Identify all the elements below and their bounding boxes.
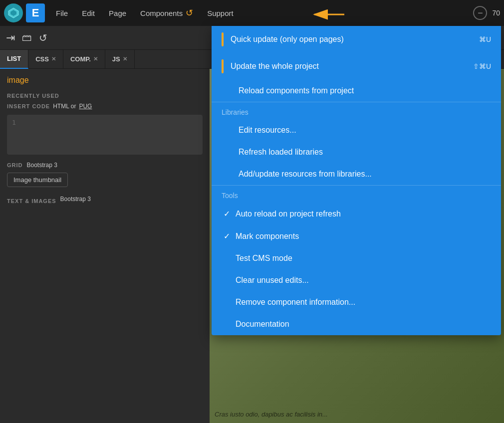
update-whole-shortcut: ⇧⌘U (473, 62, 491, 70)
add-resources-label: Add/update resources from libraries... (239, 170, 372, 179)
page-overlay-text: Cras iusto odio, dapibus ac facilisis in… (210, 406, 333, 423)
components-label: Components (140, 9, 183, 17)
tab-comp-close[interactable]: ✕ (93, 56, 98, 62)
dropdown-item-documentation[interactable]: Documentation (212, 313, 501, 335)
dropdown-item-remove-component-info[interactable]: Remove component information... (212, 291, 501, 313)
menu-item-file[interactable]: File (49, 5, 75, 21)
dropdown-section-libraries: Libraries Edit resources... Refresh load… (212, 102, 501, 185)
text-images-sub: Bootstrap 3 (60, 196, 91, 203)
quick-update-indicator (222, 32, 224, 46)
menu-items: File Edit Page Components ↻ Support (49, 3, 241, 22)
menu-right: − 70 (473, 6, 500, 20)
mark-components-label: Mark components (236, 232, 299, 241)
menu-item-components[interactable]: Components ↻ (133, 3, 200, 22)
dropdown-item-clear-edits[interactable]: Clear unused edits... (212, 269, 501, 291)
sidebar: image RECENTLY USED INSERT CODE HTML or … (0, 69, 210, 423)
update-whole-label: Update the whole project (231, 62, 319, 71)
search-value: image (7, 76, 203, 85)
edit-resources-label: Edit resources... (239, 126, 296, 135)
tab-css[interactable]: CSS ✕ (28, 50, 63, 69)
app-logo[interactable] (4, 3, 23, 22)
mark-components-check: ✓ (222, 231, 232, 241)
clear-edits-label: Clear unused edits... (236, 276, 309, 285)
tab-comp[interactable]: COMP. ✕ (63, 50, 105, 69)
test-cms-label: Test CMS mode (236, 254, 292, 263)
tab-js-close[interactable]: ✕ (123, 56, 127, 62)
text-images-row: TEXT & IMAGES Bootstrap 3 (7, 194, 203, 204)
tab-comp-label: COMP. (70, 55, 91, 63)
grid-label: GRID (7, 162, 23, 168)
tab-js[interactable]: JS ✕ (105, 50, 135, 69)
documentation-label: Documentation (236, 320, 289, 329)
grid-row: GRID Bootstrap 3 (7, 162, 203, 169)
image-thumbnail-button[interactable]: Image thumbnail (7, 173, 68, 187)
text-images-label: TEXT & IMAGES (7, 198, 56, 204)
grid-sub: Bootstrap 3 (27, 162, 57, 169)
auto-reload-label: Auto reload on project refresh (236, 210, 341, 218)
tab-js-label: JS (112, 55, 120, 63)
refresh-libraries-label: Refresh loaded libraries (239, 148, 323, 157)
library-icon[interactable]: 🗃 (22, 32, 32, 43)
line-number: 1 (12, 119, 16, 126)
image-thumbnail-label: Image thumbnail (13, 176, 61, 184)
dropdown-item-mark-components[interactable]: ✓ Mark components (212, 225, 501, 247)
zoom-level: 70 (492, 9, 500, 17)
dropdown-item-reload-components[interactable]: Reload components from project (212, 80, 501, 102)
tab-css-label: CSS (35, 55, 49, 63)
arrow-indicator (309, 7, 349, 24)
undo-icon[interactable]: ↺ (39, 32, 47, 44)
components-refresh-icon: ↻ (186, 7, 193, 18)
code-area[interactable]: 1 (7, 115, 203, 155)
insert-code-label: INSERT CODE (7, 103, 50, 109)
dropdown-item-refresh-libraries[interactable]: Refresh loaded libraries (212, 141, 501, 163)
dropdown-item-add-resources[interactable]: Add/update resources from libraries... (212, 163, 501, 185)
recently-used-label: RECENTLY USED (7, 93, 203, 99)
quick-update-label: Quick update (only open pages) (231, 35, 344, 44)
tab-css-close[interactable]: ✕ (51, 56, 56, 62)
menu-item-page[interactable]: Page (102, 5, 133, 21)
minus-button[interactable]: − (473, 6, 487, 20)
menubar: E File Edit Page Components ↻ Support − … (0, 0, 504, 26)
insert-code-sub: HTML or (53, 103, 76, 110)
auto-reload-check: ✓ (222, 209, 232, 218)
components-dropdown: Quick update (only open pages) ⌘U Update… (212, 26, 501, 335)
dropdown-item-edit-resources[interactable]: Edit resources... (212, 119, 501, 141)
update-whole-indicator (222, 59, 224, 73)
dropdown-item-quick-update[interactable]: Quick update (only open pages) ⌘U (212, 26, 501, 53)
reload-components-label: Reload components from project (239, 86, 354, 95)
insert-code-pug-link[interactable]: PUG (79, 103, 92, 110)
libraries-title: Libraries (212, 102, 501, 119)
dropdown-item-test-cms[interactable]: Test CMS mode (212, 247, 501, 269)
dropdown-item-auto-reload[interactable]: ✓ Auto reload on project refresh (212, 203, 501, 225)
remove-info-label: Remove component information... (236, 298, 355, 307)
insert-code-row: INSERT CODE HTML or PUG (7, 103, 203, 110)
dropdown-section-update: Quick update (only open pages) ⌘U Update… (212, 26, 501, 102)
editor-icon[interactable]: E (26, 3, 45, 22)
dropdown-section-tools: Tools ✓ Auto reload on project refresh ✓… (212, 185, 501, 335)
dropdown-item-update-whole[interactable]: Update the whole project ⇧⌘U (212, 53, 501, 80)
tab-list[interactable]: LIST (0, 50, 28, 69)
quick-update-shortcut: ⌘U (479, 35, 491, 43)
menu-item-support[interactable]: Support (200, 5, 241, 21)
import-icon[interactable]: ⇥ (6, 31, 15, 44)
tools-title: Tools (212, 186, 501, 203)
menu-item-edit[interactable]: Edit (75, 5, 102, 21)
tab-list-label: LIST (7, 55, 21, 62)
